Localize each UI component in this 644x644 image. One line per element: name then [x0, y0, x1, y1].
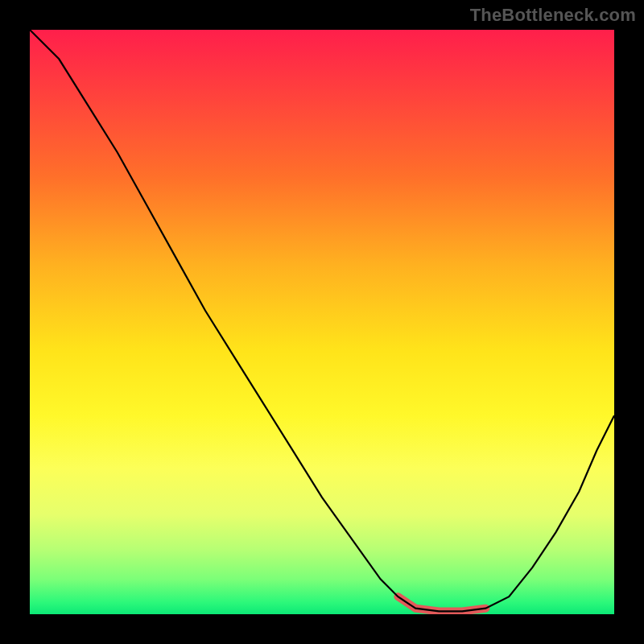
plot-area	[30, 30, 614, 614]
watermark-text: TheBottleneck.com	[470, 5, 636, 26]
curve-layer	[30, 30, 614, 614]
bottleneck-curve-line	[30, 30, 614, 611]
chart-frame: TheBottleneck.com	[0, 0, 644, 644]
